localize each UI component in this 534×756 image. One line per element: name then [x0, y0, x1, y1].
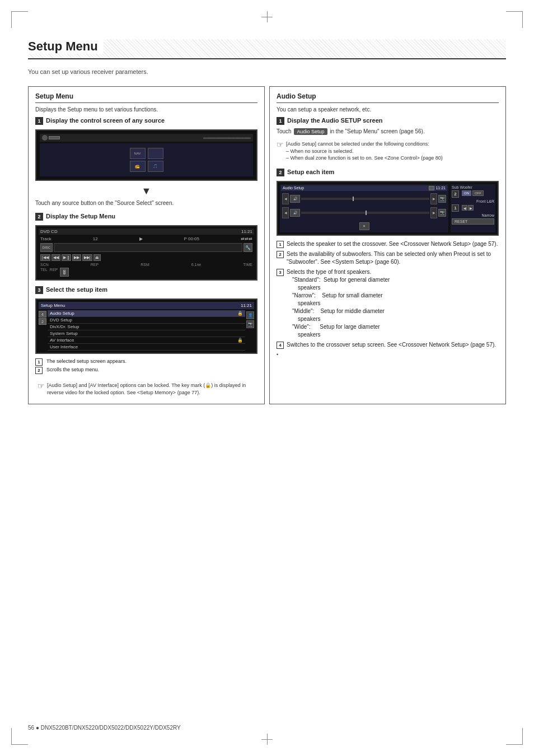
dvd-track-row: Track 12 ▶ P 00:05 ⇄⇄⇄: [39, 236, 254, 242]
dvd-btn-play: ▶ ‖: [62, 254, 71, 261]
page-title: Setup Menu: [28, 39, 104, 54]
arrow-down-1: ▼: [35, 185, 257, 197]
badge-1: 1: [35, 358, 43, 366]
dvd-controls: |◀◀ ◀◀ ▶ ‖ ▶▶ ▶▶| ⏏: [39, 253, 254, 262]
right-step-1-header: 1 Display the Audio SETUP screen: [277, 117, 499, 125]
left-column: Setup Menu Displays the Setup menu to se…: [28, 86, 265, 404]
left-section-title: Setup Menu: [35, 92, 257, 103]
setup-menu-header: Setup Menu 11:21: [39, 302, 254, 309]
dvd-rep2: REP: [50, 268, 58, 277]
dvd-track-num: 12: [93, 236, 98, 241]
toggle-off[interactable]: OFF: [472, 190, 484, 196]
sub-toggle: ON OFF: [462, 190, 484, 196]
right-step-1-text: Touch Audio Setup in the "Setup Menu" sc…: [277, 128, 499, 135]
num-list-text-1: Selects the speaker to set the crossover…: [287, 240, 498, 248]
touch-text: in the "Setup Menu" screen (page 56).: [330, 128, 424, 134]
corner-mark-tr: [506, 11, 523, 28]
right-step-2: 2 Setup each item Audio Setup 11:21: [277, 169, 499, 349]
corner-mark-br: [506, 728, 523, 745]
step-num-1: 1: [35, 117, 43, 125]
audio-thumb-2: 🔊: [290, 209, 300, 217]
note-icon-right: ☞: [277, 141, 284, 148]
dvd-btn-next: ▶▶|: [82, 254, 92, 261]
step-num-2: 2: [35, 213, 43, 221]
right-step-num-2: 2: [277, 169, 284, 176]
num-badge-4: 4: [277, 342, 284, 349]
badge-note-1-text: The selected setup screen appears.: [46, 358, 127, 364]
front-badge-1: 1: [452, 204, 459, 212]
left-step-1: 1 Display the control screen of any sour…: [35, 117, 257, 207]
corner-mark-tl: [11, 11, 28, 28]
dvd-btn-eject: ⏏: [93, 254, 101, 261]
menu-item-audio: Audio Setup 🔒: [48, 310, 245, 317]
badge-2: 2: [35, 367, 43, 374]
step-num-3: 3: [35, 286, 43, 294]
dvd-source: DVD CD: [40, 229, 58, 234]
page-subtitle: You can set up various receiver paramete…: [28, 68, 506, 75]
badge-note-1: 1 The selected setup screen appears.: [35, 358, 257, 366]
page-footer: 56 ● DNX5220BT/DNX5220/DDX5022/DDX5022Y/…: [28, 725, 181, 731]
dvd-track-label: Track: [40, 236, 51, 241]
right-step-2-label: Setup each item: [287, 169, 334, 175]
left-step-3: 3 Select the setup item Setup Menu 11:21…: [35, 286, 257, 374]
front-lr-label: Front L&R: [452, 199, 494, 203]
source-top-bar: ═══════════════: [40, 134, 253, 142]
dvd-rep: REP: [91, 263, 99, 267]
right-note-when2: – When dual zone function is set to on. …: [286, 155, 443, 162]
setup-menu-time: 11:21: [241, 303, 252, 308]
left-step-2-header: 2 Display the Setup Menu: [35, 213, 257, 221]
reset-btn[interactable]: RESET: [452, 218, 494, 225]
right-section-title: Audio Setup: [277, 92, 499, 103]
right-note-when1: – When no source is selected.: [286, 148, 443, 155]
num-badge-1: 1: [277, 241, 284, 248]
right-column: Audio Setup You can setup a speaker netw…: [269, 86, 506, 404]
sub-woofer-label: Sub Woofer: [452, 185, 494, 189]
left-step-2: 2 Display the Setup Menu DVD CD 11:21 Tr…: [35, 213, 257, 281]
dvd-btn-ff: ▶▶: [72, 254, 81, 261]
num-list-text-4: Switches to the crossover setup screen. …: [287, 341, 496, 349]
audio-thumb-1: 🔊: [290, 195, 300, 203]
dvd-screen: DVD CD 11:21 Track 12 ▶ P 00:05 ⇄⇄⇄ DISC…: [35, 225, 257, 281]
menu-item-dvd: DVD Setup: [48, 317, 245, 324]
lock-icon-audio: 🔒: [237, 311, 243, 316]
source-main-area: NAV 📻 🎵: [40, 143, 253, 176]
right-note-1: ☞ [Audio Setup] cannot be selected under…: [277, 139, 499, 163]
dvd-repeat-icon: ⇄⇄⇄: [241, 236, 252, 241]
right-step-2-header: 2 Setup each item: [277, 169, 499, 176]
narrow-label: Narrow: [452, 213, 494, 217]
right-step-1-label: Display the Audio SETUP screen: [287, 117, 383, 124]
num-list-text-2: Sets the availability of subwoofers. Thi…: [287, 250, 499, 266]
dvd-play-icon: ▶: [139, 236, 143, 241]
left-step-1-header: 1 Display the control screen of any sour…: [35, 117, 257, 125]
num-list-item-4: 4 Switches to the crossover setup screen…: [277, 341, 499, 349]
audio-slider-1: [301, 198, 429, 200]
lock-icon-av: 🔒: [237, 338, 243, 343]
num-list: 1 Selects the speaker to set the crossov…: [277, 240, 499, 349]
step-1-label: Display the control screen of any source: [46, 117, 165, 124]
badge-note-2: 2 Scrolls the setup menu.: [35, 367, 257, 374]
step-1-text: Touch any source button on the "Source S…: [35, 199, 257, 207]
right-note-cond: [Audio Setup] cannot be selected under t…: [286, 141, 443, 148]
two-column-layout: Setup Menu Displays the Setup menu to se…: [28, 86, 506, 404]
center-cross-top: [261, 11, 273, 22]
dvd-tel: TEL: [40, 268, 48, 277]
center-cross-bottom: [261, 734, 273, 745]
left-step-3-header: 3 Select the setup item: [35, 286, 257, 294]
badge-note-2-text: Scrolls the setup menu.: [46, 367, 99, 372]
menu-item-av: AV Interface 🔒: [48, 337, 245, 344]
right-step-1: 1 Display the Audio SETUP screen Touch A…: [277, 117, 499, 163]
step-2-label: Display the Setup Menu: [46, 213, 115, 220]
right-section-desc: You can setup a speaker network, etc.: [277, 106, 499, 113]
step-3-label: Select the setup item: [46, 286, 107, 293]
dvd-rsm: RSM: [140, 263, 149, 267]
setup-menu-title-screen: Setup Menu: [41, 303, 65, 308]
audio-screen-time: 11:21: [435, 186, 446, 190]
right-step-num-1: 1: [277, 117, 284, 125]
audio-screen-right: Sub Woofer 2 ON OFF Front L&R 1: [451, 184, 495, 232]
num-list-text-3: Selects the type of front speakers. "Sta…: [287, 268, 390, 339]
left-note-section: ☞ [Audio Setup] and [AV Interface] optio…: [35, 380, 257, 398]
setup-menu-screen: Setup Menu 11:21 4 2 Audio Setup 🔒: [35, 298, 257, 354]
audio-slider-2: [301, 212, 429, 214]
toggle-on[interactable]: ON: [462, 190, 471, 196]
num-list-item-3: 3 Selects the type of front speakers. "S…: [277, 268, 499, 339]
